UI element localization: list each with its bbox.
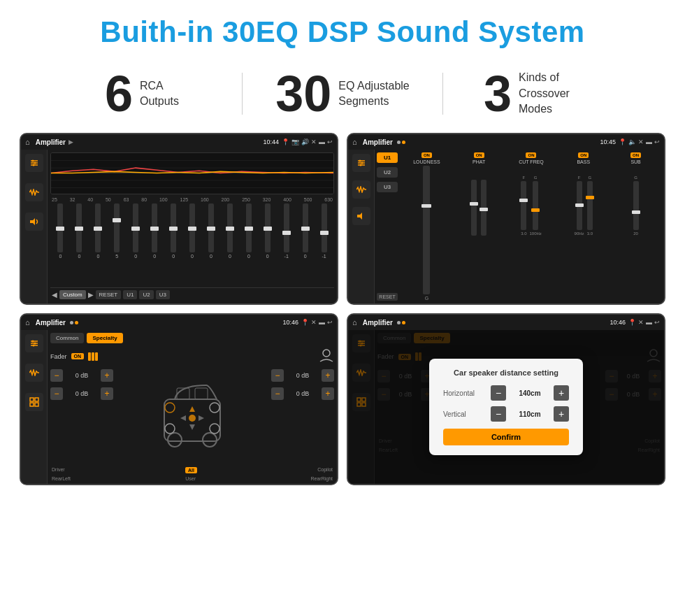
spk-minus-4[interactable]: − [271,387,284,400]
eq-u1-btn[interactable]: U1 [123,290,137,299]
screen2-time: 10:45 [600,138,616,145]
eq-slider-11: 0 [240,203,257,287]
dot-5 [397,321,401,324]
spk-bottom-row2: RearLeft User RearRight [50,476,334,481]
screen1-title: Amplifier [36,138,66,146]
spk-minus-3[interactable]: − [271,369,284,382]
fader-on[interactable]: ON [71,353,85,359]
home-icon-3[interactable]: ⌂ [25,318,30,327]
spk-side-controls [21,330,48,484]
eq-slider-12: 0 [259,203,276,287]
spk-plus-2[interactable]: + [101,387,113,400]
vertical-minus[interactable]: − [491,406,506,422]
loudness-on[interactable]: ON [421,152,432,158]
confirm-button[interactable]: Confirm [443,429,569,445]
eq-slider-6: 0 [146,203,164,287]
bass-on[interactable]: ON [578,152,589,158]
home-icon-2[interactable]: ⌂ [352,138,357,146]
svg-marker-43 [180,415,186,421]
dot-6 [402,321,405,324]
screen4-time: 10:46 [610,319,626,326]
eq-slider-2: 0 [71,203,88,287]
horizontal-value: 140cm [512,389,548,397]
eq-volume-btn[interactable] [25,213,43,231]
horizontal-plus[interactable]: + [554,385,569,401]
amp-channel-phat: ON PHAT [454,152,505,301]
battery-icon-3: ▬ [319,319,325,326]
eq-u3-btn[interactable]: U3 [156,290,170,299]
eq-side-controls [21,150,48,303]
svg-rect-27 [35,398,38,401]
back-icon-3[interactable]: ↩ [327,319,333,326]
stat-rca-number: 6 [105,69,133,119]
home-icon-4[interactable]: ⌂ [352,318,357,327]
svg-marker-6 [30,218,35,225]
home-icon-1[interactable]: ⌂ [25,138,30,146]
amp-preset-u1[interactable]: U1 [377,152,398,163]
dot-2 [402,141,405,144]
eq-filter-btn[interactable] [25,154,43,172]
horizontal-minus[interactable]: − [491,385,506,401]
eq-freq-labels: 25 32 40 50 63 80 100 125 160 200 250 32… [50,197,334,202]
svg-point-39 [210,424,219,434]
screen3-title: Amplifier [36,319,66,327]
back-icon-1[interactable]: ↩ [327,138,333,145]
amp-preset-u3[interactable]: U3 [377,182,398,192]
tab-common[interactable]: Common [50,333,84,343]
loudness-slider[interactable] [423,166,430,294]
amp-channel-cutfreq: ON CUT FREQ F 3.0 [506,152,557,301]
eq-u2-btn[interactable]: U2 [139,290,153,299]
amp-preset-u2[interactable]: U2 [377,167,398,178]
volume-icon-1: 🔊 [301,138,309,145]
spk-plus-3[interactable]: + [322,369,334,382]
eq-reset-btn[interactable]: RESET [96,290,122,299]
spk-right: − 0 dB + − 0 dB + [271,369,334,464]
spk-plus-1[interactable]: + [101,369,113,382]
eq-wave-btn[interactable] [25,183,43,201]
amp-reset-btn[interactable]: RESET [377,293,398,301]
camera-icon-1: 📷 [291,138,299,145]
fader-bar-2 [92,352,94,361]
phat-slider-1[interactable] [471,180,477,236]
screen1-time: 10:44 [263,138,279,145]
amp-channel-loudness: ON LOUDNESS G [401,152,452,301]
amp-filter-btn[interactable] [352,154,370,172]
spk-wave-btn[interactable] [25,364,43,382]
eq-slider-8: 0 [184,203,201,287]
cutfreq-on[interactable]: ON [526,152,536,158]
spk-db-row-4: − 0 dB + [271,387,334,400]
spk-filter-btn[interactable] [25,334,43,352]
rearleft-label: RearLeft [52,476,71,481]
sub-on[interactable]: ON [630,152,641,158]
eq-prev-btn[interactable]: ◀ [52,291,57,299]
svg-point-23 [31,341,34,343]
back-icon-4[interactable]: ↩ [654,319,660,326]
spk-minus-2[interactable]: − [50,387,63,400]
spk-plus-4[interactable]: + [322,387,334,400]
horizontal-row: Horizontal − 140cm + [443,385,569,401]
stat-crossover: 3 Kinds ofCrossover Modes [443,69,643,119]
dot-1 [397,141,401,144]
phat-on[interactable]: ON [474,152,484,158]
svg-point-30 [323,350,330,357]
screen-speaker: ⌂ Amplifier 10:46 📍 ✕ ▬ ↩ [20,313,338,485]
eq-main-content: 25 32 40 50 63 80 100 125 160 200 250 32… [48,150,337,303]
all-btn[interactable]: All [185,467,197,473]
amp-volume-btn[interactable] [352,207,370,225]
vertical-plus[interactable]: + [554,406,569,422]
phat-slider-2[interactable] [481,180,486,236]
tab-specialty[interactable]: Specialty [87,333,122,343]
location-icon-4: 📍 [628,319,636,326]
spk-db-row-1: − 0 dB + [50,369,113,382]
volume-icon-2: 🔈 [628,138,636,145]
amp-channels-panel: ON LOUDNESS G ON PHAT [400,150,664,303]
spk-minus-1[interactable]: − [50,369,63,382]
eq-graph [50,152,334,194]
vertical-label: Vertical [443,410,485,418]
back-icon-2[interactable]: ↩ [654,138,660,145]
amp-presets-panel: U1 U2 U3 RESET [375,150,400,303]
eq-play-btn[interactable]: ▶ [88,291,94,299]
spk-expand-btn[interactable] [25,393,43,411]
amp-wave-btn[interactable] [352,180,370,199]
eq-custom-btn[interactable]: Custom [59,290,86,299]
